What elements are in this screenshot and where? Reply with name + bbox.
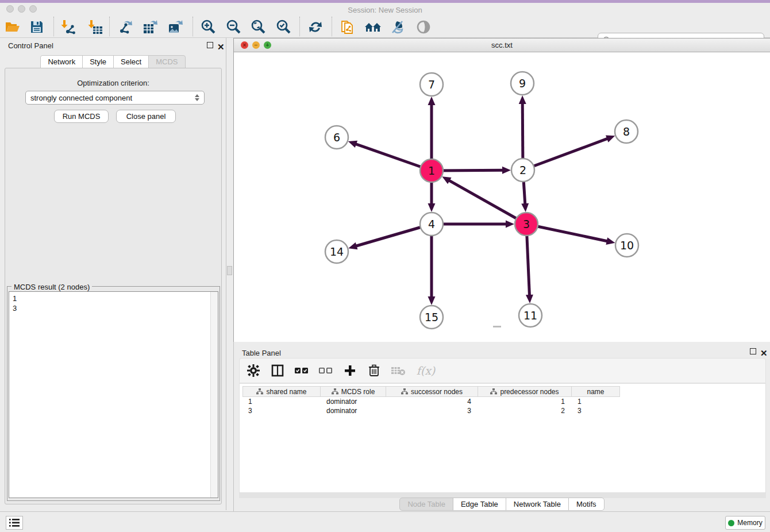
control-panel-tabs: NetworkStyleSelectMCDS: [0, 55, 226, 68]
column-header-mcds-role[interactable]: MCDS role: [321, 386, 386, 397]
open-folder-icon[interactable]: [3, 18, 22, 36]
graph-node-2[interactable]: 2: [511, 159, 534, 182]
node-label: 4: [428, 218, 435, 230]
toolbar-separator: [299, 17, 300, 36]
mcds-result-list[interactable]: 13: [9, 291, 218, 498]
column-header-name[interactable]: name: [572, 386, 620, 397]
shared-column-icon: [490, 388, 497, 395]
network-hscroll-thumb[interactable]: [493, 326, 501, 327]
edge-3-1[interactable]: [449, 180, 526, 224]
save-icon[interactable]: [28, 18, 46, 36]
tab-mcds[interactable]: MCDS: [148, 55, 185, 68]
edge-3-10[interactable]: [526, 224, 608, 241]
network-view-titlebar[interactable]: × − + scc.txt: [234, 38, 770, 52]
table-cell-successor-nodes: 4: [386, 397, 478, 406]
graph-node-1[interactable]: 1: [420, 159, 443, 182]
export-image-icon[interactable]: [167, 18, 185, 36]
table-row[interactable]: 3dominator323: [242, 406, 620, 415]
optimization-criterion-select[interactable]: strongly connected component: [25, 91, 205, 105]
network-view-title: scc.txt: [234, 41, 770, 49]
tab-network-table[interactable]: Network Table: [506, 498, 569, 511]
export-table-icon[interactable]: [141, 18, 160, 36]
column-header-label: predecessor nodes: [500, 388, 559, 396]
copy-network-icon[interactable]: [338, 18, 357, 36]
mcds-result-title: MCDS result (2 nodes): [11, 283, 92, 291]
unselect-all-icon[interactable]: [318, 363, 334, 379]
shared-column-icon: [256, 388, 263, 395]
tab-motifs[interactable]: Motifs: [568, 498, 605, 511]
run-mcds-button[interactable]: Run MCDS: [54, 110, 109, 123]
first-neighbors-icon[interactable]: [364, 18, 382, 36]
zoom-in-icon[interactable]: [199, 18, 217, 36]
shared-column-icon: [332, 388, 338, 395]
control-panel-close-icon[interactable]: ✕: [217, 42, 225, 49]
graph-node-10[interactable]: 10: [615, 234, 638, 257]
node-label: 6: [333, 131, 340, 144]
column-header-successor-nodes[interactable]: successor nodes: [386, 386, 478, 397]
table-cell-name: 3: [572, 406, 620, 415]
tab-edge-table[interactable]: Edge Table: [453, 498, 506, 511]
edge-2-8[interactable]: [523, 138, 608, 170]
table-panel-close-icon[interactable]: ✕: [760, 348, 768, 356]
gear-icon[interactable]: [245, 363, 261, 379]
show-details-icon[interactable]: [414, 18, 433, 36]
graph-node-6[interactable]: 6: [325, 126, 348, 149]
import-network-icon[interactable]: [59, 18, 78, 36]
add-column-icon[interactable]: [342, 363, 358, 379]
network-canvas[interactable]: 7968124314101511: [234, 52, 770, 342]
table-tabs: Node TableEdge TableNetwork TableMotifs: [234, 498, 770, 511]
node-table-rows: 1dominator4113dominator323: [242, 397, 620, 415]
select-stepper-icon: [195, 94, 199, 101]
table-row[interactable]: 1dominator411: [242, 397, 620, 406]
import-table-icon[interactable]: [86, 18, 105, 36]
column-header-label: successor nodes: [411, 388, 463, 396]
column-chooser-icon[interactable]: [270, 363, 286, 379]
graph-node-8[interactable]: 8: [615, 120, 638, 143]
node-label: 7: [428, 78, 435, 91]
zoom-selected-icon[interactable]: [274, 18, 292, 36]
table-panel-float-icon[interactable]: [750, 348, 757, 356]
control-panel-title: Control Panel: [8, 41, 53, 50]
node-label: 14: [330, 245, 344, 258]
graph-node-14[interactable]: 14: [325, 240, 348, 263]
graph-node-9[interactable]: 9: [511, 72, 534, 95]
edge-arrowhead: [428, 97, 436, 105]
main-toolbar: [0, 15, 770, 38]
delete-column-icon[interactable]: [366, 363, 382, 379]
zoom-fit-icon[interactable]: [249, 18, 267, 36]
node-label: 15: [425, 311, 438, 323]
graph-node-15[interactable]: 15: [420, 306, 443, 329]
control-panel-float-icon[interactable]: [207, 42, 214, 49]
layout-refresh-icon[interactable]: [306, 18, 325, 36]
task-history-button[interactable]: [6, 516, 23, 530]
node-table: shared nameMCDS rolesuccessor nodesprede…: [239, 383, 766, 493]
network-graph[interactable]: 7968124314101511: [234, 52, 770, 342]
edge-arrowhead: [506, 221, 514, 228]
export-network-icon[interactable]: [116, 18, 134, 36]
panel-splitter-grip[interactable]: [227, 266, 232, 275]
table-panel: Table Panel ✕ f(x) shared nameMCDS roles…: [233, 342, 770, 511]
column-header-shared-name[interactable]: shared name: [242, 386, 321, 397]
delete-table-icon[interactable]: [390, 363, 406, 379]
tab-select[interactable]: Select: [113, 55, 149, 68]
graph-node-11[interactable]: 11: [519, 304, 542, 327]
tab-node-table[interactable]: Node Table: [399, 498, 453, 511]
edge-arrowhead: [502, 167, 511, 174]
memory-button[interactable]: Memory: [725, 516, 765, 530]
table-cell-successor-nodes: 3: [386, 406, 478, 415]
mcds-result-scrollbar[interactable]: [210, 292, 218, 498]
column-header-label: shared name: [266, 388, 306, 396]
node-label: 2: [519, 164, 526, 176]
zoom-out-icon[interactable]: [224, 18, 242, 36]
function-builder-icon[interactable]: f(x): [414, 363, 437, 379]
graph-node-4[interactable]: 4: [420, 213, 443, 236]
close-panel-button[interactable]: Close panel: [116, 110, 176, 123]
graph-node-3[interactable]: 3: [515, 213, 538, 236]
column-header-predecessor-nodes[interactable]: predecessor nodes: [478, 386, 572, 397]
hide-details-icon[interactable]: [388, 18, 407, 36]
memory-status-icon: [728, 520, 734, 526]
graph-node-7[interactable]: 7: [420, 73, 443, 96]
tab-network[interactable]: Network: [40, 55, 83, 68]
select-all-icon[interactable]: [294, 363, 310, 379]
tab-style[interactable]: Style: [82, 55, 114, 68]
